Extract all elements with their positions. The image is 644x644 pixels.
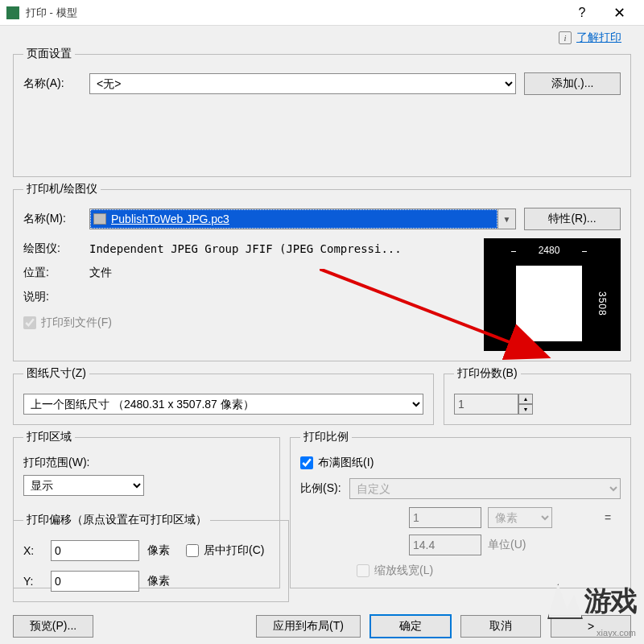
print-to-file-checkbox xyxy=(23,316,36,329)
plotter-value: Independent JPEG Group JFIF (JPEG Compre… xyxy=(89,242,402,255)
center-print-label: 居中打印(C) xyxy=(204,543,264,558)
print-range-select[interactable]: 显示 xyxy=(23,475,144,496)
desc-label: 说明: xyxy=(23,290,81,304)
learn-print-link[interactable]: 了解打印 xyxy=(576,31,621,45)
help-button[interactable]: ? xyxy=(564,1,601,25)
offset-x-label: X: xyxy=(23,544,43,557)
scale-label: 比例(S): xyxy=(300,481,341,496)
copies-down[interactable]: ▼ xyxy=(518,404,533,415)
print-area-legend: 打印区域 xyxy=(23,430,75,444)
offset-x-input[interactable] xyxy=(51,540,139,561)
help-link-row: i 了解打印 xyxy=(0,26,644,47)
page-setup-group: 页面设置 名称(A): <无> 添加(.)... xyxy=(13,47,631,177)
watermark-logo: 游戏 xyxy=(547,583,636,620)
printer-group: 打印机/绘图仪 名称(M): PublishToWeb JPG.pc3 ▼ 特性… xyxy=(13,182,631,361)
page-setup-legend: 页面设置 xyxy=(23,47,75,61)
page-name-select[interactable]: <无> xyxy=(89,73,516,94)
add-page-button[interactable]: 添加(.)... xyxy=(524,72,621,95)
print-scale-legend: 打印比例 xyxy=(300,430,352,444)
fit-to-paper-label: 布满图纸(I) xyxy=(318,456,374,470)
printer-properties-button[interactable]: 特性(R)... xyxy=(524,208,621,230)
location-label: 位置: xyxy=(23,266,81,280)
center-print-checkbox[interactable] xyxy=(186,544,199,557)
copies-up[interactable]: ▲ xyxy=(518,394,533,404)
copies-input xyxy=(454,394,518,415)
print-offset-group: 打印偏移（原点设置在可打印区域） X: 像素 居中打印(C) Y: 像素 xyxy=(13,513,289,602)
cancel-button[interactable]: 取消 xyxy=(460,615,541,638)
printer-legend: 打印机/绘图仪 xyxy=(23,182,101,196)
window-title: 打印 - 模型 xyxy=(26,6,564,20)
location-value: 文件 xyxy=(89,266,112,280)
preview-button[interactable]: 预览(P)... xyxy=(13,615,93,638)
offset-y-label: Y: xyxy=(23,575,43,588)
paper-preview: 2480 3508 xyxy=(484,238,621,351)
close-button[interactable]: ✕ xyxy=(601,1,638,25)
print-to-file-label: 打印到文件(F) xyxy=(41,316,112,330)
app-icon xyxy=(6,6,19,19)
apply-layout-button[interactable]: 应用到布局(T) xyxy=(256,615,361,638)
fit-to-paper-checkbox[interactable] xyxy=(300,456,313,469)
offset-x-unit: 像素 xyxy=(147,543,170,558)
chevron-down-icon[interactable]: ▼ xyxy=(498,208,516,229)
paper-size-select[interactable]: 上一个图纸尺寸 （2480.31 x 3507.87 像素） xyxy=(23,394,423,415)
offset-y-unit: 像素 xyxy=(147,574,170,588)
print-offset-legend: 打印偏移（原点设置在可打印区域） xyxy=(23,513,210,527)
plotter-label: 绘图仪: xyxy=(23,242,81,256)
scale-select: 自定义 xyxy=(349,478,621,499)
copies-legend: 打印份数(B) xyxy=(454,366,521,381)
titlebar: 打印 - 模型 ? ✕ xyxy=(0,0,644,26)
watermark-url: xiayx.com xyxy=(597,628,636,638)
preview-height: 3508 xyxy=(597,291,608,316)
plotter-icon xyxy=(93,213,106,225)
info-icon: i xyxy=(559,31,572,44)
print-range-label: 打印范围(W): xyxy=(23,456,270,470)
preview-width: 2480 xyxy=(539,245,560,256)
paper-size-legend: 图纸尺寸(Z) xyxy=(23,366,89,381)
scale-unit1-select: 像素 xyxy=(488,507,552,528)
paper-size-group: 图纸尺寸(Z) 上一个图纸尺寸 （2480.31 x 3507.87 像素） xyxy=(13,366,434,425)
copies-group: 打印份数(B) ▲ ▼ xyxy=(444,366,631,425)
printer-name-select[interactable]: PublishToWeb JPG.pc3 xyxy=(89,208,498,229)
offset-y-input[interactable] xyxy=(51,571,139,592)
page-name-label: 名称(A): xyxy=(23,76,81,91)
ok-button[interactable]: 确定 xyxy=(370,615,451,638)
printer-name-value: PublishToWeb JPG.pc3 xyxy=(111,213,229,225)
printer-name-label: 名称(M): xyxy=(23,212,81,226)
